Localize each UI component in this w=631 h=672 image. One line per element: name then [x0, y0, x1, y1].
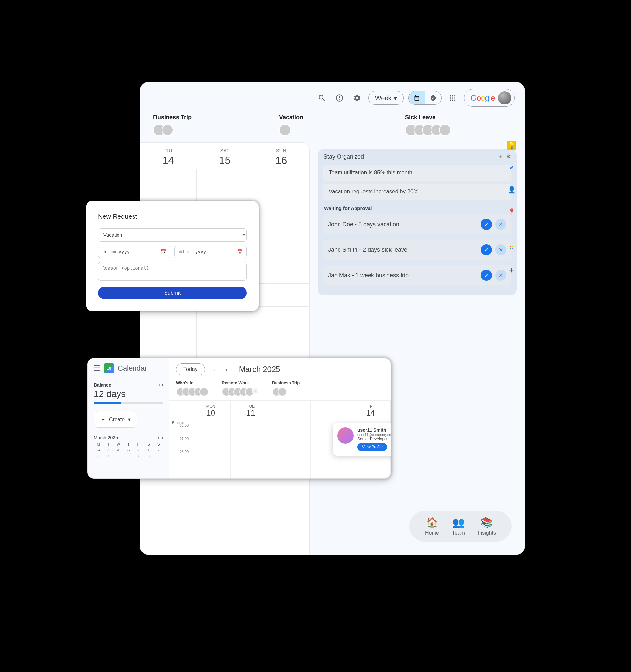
home-icon: 🏠	[425, 517, 439, 528]
balance-value: 12 days	[94, 389, 163, 399]
approval-text: Jane Smith - 2 days sick leave	[328, 246, 407, 254]
balance-gear-icon[interactable]: ⚙	[159, 382, 163, 388]
plus-icon: ＋	[100, 416, 106, 423]
next-week-icon[interactable]: ›	[221, 364, 231, 374]
end-date-field[interactable]: dd.mm.yyyy. 📅	[174, 245, 247, 258]
category-title: Vacation	[279, 114, 386, 121]
approval-section-title: Waiting for Approval	[324, 206, 510, 211]
week-day-col[interactable]: TUE11	[231, 401, 271, 478]
apps-grid-icon[interactable]	[446, 91, 459, 104]
svg-point-0	[450, 95, 451, 97]
account-chip[interactable]: Google	[464, 89, 515, 107]
google-logo: Google	[471, 93, 495, 102]
calendar-logo-icon: 10	[104, 363, 114, 373]
submit-button[interactable]: Submit	[98, 287, 247, 299]
remote-col: Remote Work 2	[222, 380, 259, 397]
modal-title: New Request	[98, 213, 247, 220]
profile-role: Senior Developer	[358, 437, 391, 441]
calendar-picker-icon[interactable]: 📅	[237, 249, 243, 255]
month-label: March 2025	[239, 365, 281, 374]
gear-icon[interactable]	[350, 91, 364, 104]
insights-icon: 📚	[478, 517, 496, 528]
info-utilization: Team utilization is 85% this month	[323, 165, 511, 181]
approve-button[interactable]: ✓	[481, 270, 492, 281]
info-requests: Vacation requests increased by 20%	[323, 184, 511, 199]
view-selector[interactable]: Week ▾	[368, 91, 404, 105]
svg-point-11	[510, 248, 511, 250]
day-header-sat[interactable]: SAT 15	[196, 143, 253, 169]
prev-week-icon[interactable]: ‹	[210, 364, 219, 374]
more-count-badge[interactable]: 2	[252, 387, 259, 394]
mini-prev-icon[interactable]: ‹	[158, 435, 159, 440]
category-title: Sick Leave	[405, 114, 511, 121]
help-icon[interactable]	[333, 91, 346, 104]
svg-point-10	[512, 245, 514, 247]
calendar-sidebar: ☰ 10 Calendar Balance ⚙ 12 days ＋ Create…	[88, 358, 169, 478]
timezone-city: Belgrad	[169, 419, 191, 426]
week-day-col[interactable]: MON10	[191, 401, 231, 478]
new-request-modal: New Request Vacation dd.mm.yyyy. 📅 dd.mm…	[86, 201, 259, 311]
mini-next-icon[interactable]: ›	[162, 435, 163, 440]
search-icon[interactable]	[315, 91, 329, 104]
calendar-card: ☰ 10 Calendar Balance ⚙ 12 days ＋ Create…	[88, 358, 391, 479]
avatar-stack	[279, 124, 386, 136]
svg-point-12	[512, 248, 514, 250]
svg-point-8	[454, 100, 455, 101]
panel-title: Stay Organized	[323, 153, 364, 160]
svg-point-3	[450, 97, 451, 99]
nav-home[interactable]: 🏠 Home	[425, 517, 439, 536]
tasks-icon[interactable]: ✔	[507, 163, 516, 172]
main-app-window: Week ▾ Google	[140, 81, 525, 555]
nav-insights[interactable]: 📚 Insights	[478, 517, 496, 536]
add-icon[interactable]: ＋	[498, 153, 503, 160]
svg-point-4	[452, 97, 454, 99]
approval-text: Jan Mak - 1 week business trip	[328, 272, 409, 279]
category-row: Business Trip Vacation Sick Leave	[140, 111, 525, 142]
avatar-stack	[153, 124, 260, 136]
view-profile-button[interactable]: View Profile	[358, 443, 387, 451]
reason-textarea[interactable]	[98, 262, 247, 281]
team-icon: 👥	[452, 517, 465, 528]
addon-icon[interactable]	[507, 243, 516, 252]
chevron-down-icon: ▾	[128, 416, 130, 423]
approval-row: Jan Mak - 1 week business trip ✓ ✕	[323, 265, 511, 285]
approval-row: Jane Smith - 2 days sick leave ✓ ✕	[323, 240, 511, 260]
rail-add-icon[interactable]: ＋	[507, 265, 516, 274]
approve-button[interactable]: ✓	[481, 219, 492, 230]
maps-icon[interactable]: 📍	[507, 207, 516, 216]
approve-button[interactable]: ✓	[481, 244, 492, 255]
day-header-sun[interactable]: SUN 16	[253, 143, 310, 169]
profile-email: user11@company.com	[358, 433, 391, 437]
chevron-down-icon: ▾	[394, 94, 397, 102]
tasks-view-toggle[interactable]	[425, 91, 441, 104]
right-rail: 💡 ✔ 👤 📍 ＋	[504, 141, 519, 274]
mini-month-label: March 2025	[94, 435, 118, 440]
category-business-trip: Business Trip	[153, 114, 260, 136]
bottom-nav: 🏠 Home 👥 Team 📚 Insights	[409, 511, 511, 542]
balance-progress	[94, 402, 163, 404]
balance-label: Balance	[94, 382, 111, 388]
calendar-view-toggle[interactable]	[409, 91, 425, 104]
svg-point-6	[450, 100, 451, 101]
keep-icon[interactable]: 💡	[507, 141, 516, 150]
create-button[interactable]: ＋ Create ▾	[94, 411, 138, 428]
svg-point-7	[452, 100, 454, 101]
start-date-field[interactable]: dd.mm.yyyy. 📅	[98, 245, 170, 258]
nav-team[interactable]: 👥 Team	[452, 517, 465, 536]
profile-name: user11 Smith	[358, 427, 391, 433]
calendar-main: Today ‹ › March 2025 Who's In Remote Wor…	[169, 358, 391, 478]
today-button[interactable]: Today	[176, 363, 205, 375]
svg-point-2	[454, 95, 455, 97]
contacts-icon[interactable]: 👤	[507, 185, 516, 194]
day-header-fri[interactable]: FRI 14	[140, 143, 196, 169]
week-day-col[interactable]	[271, 401, 311, 478]
request-type-select[interactable]: Vacation	[98, 228, 247, 242]
time-column: Belgrad 06:00 07:00 08:00	[169, 401, 191, 478]
calendar-picker-icon[interactable]: 📅	[161, 249, 166, 255]
side-panel: Stay Organized ＋ ⚙ Team utilization is 8…	[310, 142, 525, 555]
biztrip-col: Business Trip	[272, 380, 300, 397]
avatar-stack	[405, 124, 511, 136]
menu-icon[interactable]: ☰	[94, 364, 100, 373]
approval-text: John Doe - 5 days vacation	[328, 221, 399, 228]
user-avatar[interactable]	[498, 91, 511, 104]
